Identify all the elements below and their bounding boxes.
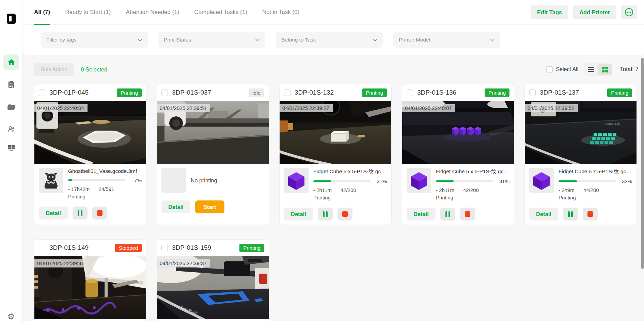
time-remaining: - 2h11m — [436, 187, 454, 193]
stop-button[interactable] — [337, 208, 352, 221]
printer-card: 3DP-01S-136 Printing — [402, 84, 514, 225]
add-printer-button[interactable]: Add Printer — [573, 5, 616, 19]
tasks-clipboard-icon — [7, 80, 15, 89]
ellipsis-circle-icon — [625, 8, 633, 17]
status-badge: Stopped — [115, 244, 142, 252]
printer-name: 3DP-01S-136 — [417, 89, 456, 96]
pause-button[interactable] — [563, 208, 578, 221]
detail-button[interactable]: Detail — [529, 208, 558, 221]
stop-icon — [465, 211, 470, 217]
layer-progress: 24/591 — [98, 186, 114, 192]
job-state: Printing — [313, 195, 387, 200]
card-checkbox[interactable] — [529, 90, 536, 96]
sidebar-item-home[interactable] — [3, 54, 19, 70]
files-folder-icon — [7, 103, 16, 111]
chevron-down-icon — [490, 38, 495, 42]
printer-card: 3DP-01S-159 Printing i Satin F — [157, 239, 269, 325]
print-status-select[interactable]: Print Status — [158, 32, 265, 48]
job-state: Printing — [559, 195, 632, 200]
job-state: Printing — [68, 194, 142, 199]
bulk-action-button[interactable]: Bulk Action — [34, 63, 74, 76]
detail-button[interactable]: Detail — [161, 200, 190, 213]
camera-feed: 04/01/2025 22:39:51 — [157, 101, 269, 164]
camera-feed: i Satin Finish 04/01/2025 22:39:37 — [157, 256, 269, 319]
printer-name: 3DP-01S-137 — [540, 89, 579, 96]
model-thumbnail-empty — [161, 168, 186, 193]
pause-icon — [323, 211, 325, 217]
belong-to-task-select[interactable]: Belong to Task — [276, 32, 383, 48]
grid-view-button[interactable] — [598, 64, 612, 75]
model-thumbnail — [284, 168, 309, 193]
status-badge: Printing — [117, 88, 142, 97]
card-checkbox[interactable] — [161, 245, 168, 251]
stop-button[interactable] — [583, 208, 598, 221]
app-logo[interactable] — [7, 14, 16, 24]
card-checkbox[interactable] — [39, 245, 45, 251]
pause-button[interactable] — [440, 208, 455, 221]
more-options-button[interactable] — [621, 5, 637, 19]
tab-attention-needed[interactable]: Attention Needed (1) — [126, 0, 179, 25]
sidebar-item-settings[interactable]: ⚙ — [7, 312, 15, 321]
printer-name: 3DP-01S-149 — [49, 244, 89, 251]
horizontal-scrollbar-track — [22, 321, 644, 325]
stop-button[interactable] — [460, 208, 475, 221]
detail-button[interactable]: Detail — [407, 208, 436, 221]
toolbar: Bulk Action 0 Selected Select All Total:… — [34, 62, 639, 77]
card-checkbox[interactable] — [284, 90, 290, 96]
pause-button[interactable] — [318, 208, 333, 221]
sidebar-item-files[interactable] — [7, 103, 16, 111]
tab-ready-to-start[interactable]: Ready to Start (1) — [65, 0, 111, 25]
camera-timestamp: 04/01/2025 22:39:37 — [34, 259, 88, 267]
progress-bar: 31% — [436, 178, 509, 184]
camera-feed: 04/01/2025 22:39:27 — [280, 101, 392, 164]
tab-completed-tasks[interactable]: Completed Tasks (1) — [194, 0, 247, 25]
printer-model-select[interactable]: Printer Model — [393, 32, 500, 48]
header-actions: Edit Tags Add Printer — [531, 5, 637, 19]
pause-icon — [445, 211, 447, 217]
vertical-scrollbar[interactable] — [641, 58, 644, 269]
tab-not-in-task[interactable]: Not in Task (0) — [262, 0, 299, 25]
list-view-button[interactable] — [584, 64, 598, 75]
status-badge: Printing — [607, 88, 632, 97]
model-thumbnail — [407, 168, 431, 193]
card-checkbox[interactable] — [407, 90, 413, 96]
progress-bar: 31% — [313, 178, 387, 184]
camera-timestamp: 04/01/2025 22:39:51 — [157, 104, 210, 112]
stop-icon — [97, 210, 103, 216]
pause-icon — [571, 211, 573, 217]
pause-button[interactable] — [73, 207, 88, 220]
pause-icon — [568, 211, 570, 217]
model-thumbnail — [39, 168, 63, 193]
card-checkbox[interactable] — [39, 90, 45, 96]
printer-name: 3DP-01P-045 — [49, 89, 89, 96]
stop-button[interactable] — [92, 207, 107, 220]
sidebar-item-devices[interactable] — [7, 143, 16, 151]
printer-card: 3DP-01S-137 Printing Bambu Lab — [524, 84, 637, 225]
total-count: Total: 7 — [620, 66, 639, 73]
header: All (7) Ready to Start (1) Attention Nee… — [22, 0, 644, 55]
printer-card: 3DP-01S-149 Stopped — [34, 239, 146, 325]
pause-icon — [326, 211, 328, 217]
camera-feed: 04/01/2025 22:40:04 — [34, 101, 146, 164]
pause-icon — [81, 210, 82, 216]
progress-percent: 7% — [125, 177, 142, 183]
detail-button[interactable]: Detail — [39, 207, 68, 220]
card-checkbox[interactable] — [161, 90, 168, 96]
filter-by-tags-select[interactable]: Filter by tags — [41, 32, 148, 48]
printer-name: 3DP-01S-132 — [295, 89, 334, 96]
sidebar-item-users[interactable] — [7, 125, 16, 133]
grid-view-icon — [602, 67, 608, 72]
edit-tags-button[interactable]: Edit Tags — [531, 5, 568, 19]
print-status-value: Print Status — [164, 37, 191, 43]
select-all-checkbox[interactable] — [546, 66, 553, 73]
start-button[interactable]: Start — [195, 200, 224, 213]
tab-all[interactable]: All (7) — [34, 0, 50, 25]
sidebar-item-tasks[interactable] — [7, 80, 15, 89]
layer-progress: 42/200 — [463, 187, 479, 193]
camera-feed: 04/01/2025 22:40:07 — [402, 101, 514, 164]
detail-button[interactable]: Detail — [284, 208, 313, 221]
pause-icon — [78, 210, 79, 216]
printer-grid: 3DP-01P-045 Printing — [34, 84, 637, 325]
printer-name: 3DP-01S-037 — [172, 89, 211, 96]
progress-percent: 31% — [371, 178, 387, 184]
